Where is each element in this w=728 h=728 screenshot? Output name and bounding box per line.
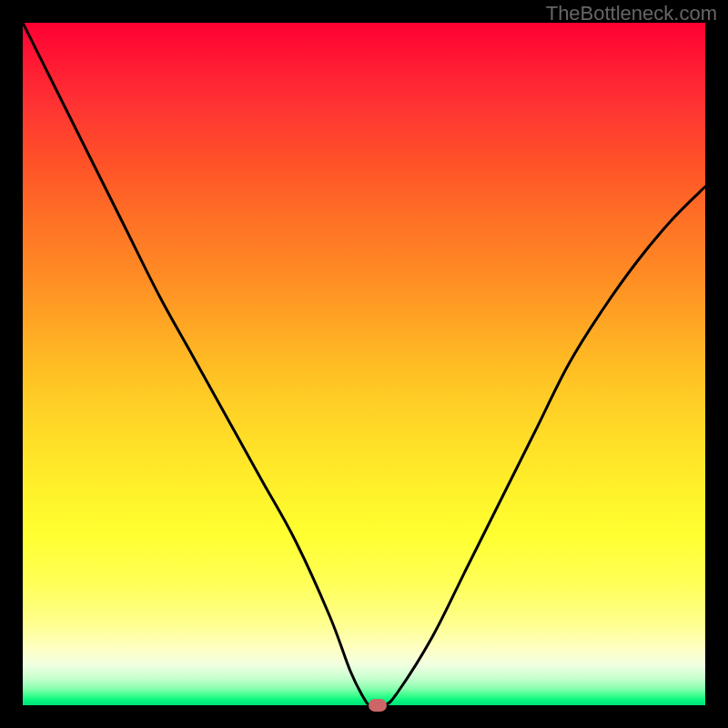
bottleneck-curve	[23, 23, 705, 705]
watermark-text: TheBottleneck.com	[546, 2, 717, 25]
optimal-point-marker	[369, 699, 387, 712]
chart-plot-area	[23, 23, 705, 705]
